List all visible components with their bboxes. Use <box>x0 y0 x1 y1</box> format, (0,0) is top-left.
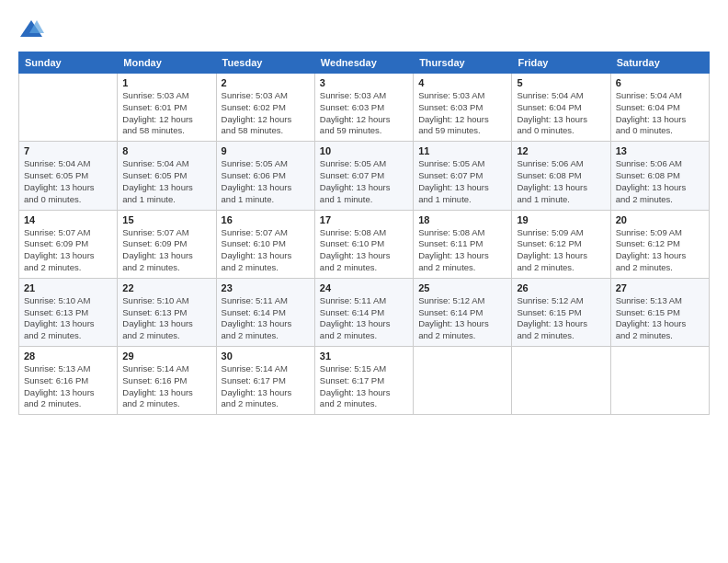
day-number: 26 <box>517 282 605 293</box>
day-info: Sunrise: 5:03 AMSunset: 6:01 PMDaylight:… <box>122 90 210 137</box>
day-info: Sunrise: 5:04 AMSunset: 6:05 PMDaylight:… <box>24 158 112 205</box>
weekday-header: Wednesday <box>314 52 413 74</box>
day-info: Sunrise: 5:08 AMSunset: 6:11 PMDaylight:… <box>418 227 506 274</box>
calendar-cell: 11Sunrise: 5:05 AMSunset: 6:07 PMDayligh… <box>414 142 512 210</box>
calendar-week-row: 21Sunrise: 5:10 AMSunset: 6:13 PMDayligh… <box>19 278 710 346</box>
day-info: Sunrise: 5:14 AMSunset: 6:17 PMDaylight:… <box>222 363 310 410</box>
calendar-cell: 17Sunrise: 5:08 AMSunset: 6:10 PMDayligh… <box>314 210 413 278</box>
day-number: 24 <box>320 282 408 293</box>
page: SundayMondayTuesdayWednesdayThursdayFrid… <box>0 0 728 563</box>
calendar-cell: 8Sunrise: 5:04 AMSunset: 6:05 PMDaylight… <box>118 142 216 210</box>
calendar-cell: 12Sunrise: 5:06 AMSunset: 6:08 PMDayligh… <box>512 142 610 210</box>
day-info: Sunrise: 5:03 AMSunset: 6:03 PMDaylight:… <box>418 90 506 137</box>
day-number: 14 <box>24 214 112 225</box>
calendar-header-row: SundayMondayTuesdayWednesdayThursdayFrid… <box>19 52 710 74</box>
day-info: Sunrise: 5:09 AMSunset: 6:12 PMDaylight:… <box>517 227 605 274</box>
day-info: Sunrise: 5:03 AMSunset: 6:02 PMDaylight:… <box>222 90 310 137</box>
calendar-cell <box>512 347 610 415</box>
day-info: Sunrise: 5:11 AMSunset: 6:14 PMDaylight:… <box>222 295 310 342</box>
weekday-header: Tuesday <box>216 52 314 74</box>
day-number: 1 <box>122 77 210 88</box>
day-number: 10 <box>320 145 408 156</box>
calendar-cell: 14Sunrise: 5:07 AMSunset: 6:09 PMDayligh… <box>19 210 118 278</box>
day-number: 9 <box>222 145 310 156</box>
day-number: 2 <box>222 77 310 88</box>
day-number: 5 <box>517 77 605 88</box>
calendar-cell: 2Sunrise: 5:03 AMSunset: 6:02 PMDaylight… <box>216 74 314 142</box>
calendar-cell: 3Sunrise: 5:03 AMSunset: 6:03 PMDaylight… <box>314 74 413 142</box>
calendar-table: SundayMondayTuesdayWednesdayThursdayFrid… <box>18 52 710 415</box>
day-info: Sunrise: 5:07 AMSunset: 6:10 PMDaylight:… <box>222 227 310 274</box>
calendar-cell: 23Sunrise: 5:11 AMSunset: 6:14 PMDayligh… <box>216 278 314 346</box>
weekday-header: Thursday <box>414 52 512 74</box>
calendar-week-row: 1Sunrise: 5:03 AMSunset: 6:01 PMDaylight… <box>19 74 710 142</box>
calendar-cell: 25Sunrise: 5:12 AMSunset: 6:14 PMDayligh… <box>414 278 512 346</box>
day-info: Sunrise: 5:05 AMSunset: 6:06 PMDaylight:… <box>222 158 310 205</box>
calendar-cell: 29Sunrise: 5:14 AMSunset: 6:16 PMDayligh… <box>118 347 216 415</box>
calendar-cell: 20Sunrise: 5:09 AMSunset: 6:12 PMDayligh… <box>610 210 709 278</box>
calendar-cell: 13Sunrise: 5:06 AMSunset: 6:08 PMDayligh… <box>610 142 709 210</box>
calendar-week-row: 7Sunrise: 5:04 AMSunset: 6:05 PMDaylight… <box>19 142 710 210</box>
day-number: 27 <box>616 282 704 293</box>
day-number: 19 <box>517 214 605 225</box>
calendar-cell: 31Sunrise: 5:15 AMSunset: 6:17 PMDayligh… <box>314 347 413 415</box>
day-number: 30 <box>222 350 310 362</box>
day-info: Sunrise: 5:06 AMSunset: 6:08 PMDaylight:… <box>616 158 704 205</box>
day-number: 12 <box>517 145 605 156</box>
day-number: 20 <box>616 214 704 225</box>
day-info: Sunrise: 5:10 AMSunset: 6:13 PMDaylight:… <box>122 295 210 342</box>
calendar-cell: 30Sunrise: 5:14 AMSunset: 6:17 PMDayligh… <box>216 347 314 415</box>
day-info: Sunrise: 5:05 AMSunset: 6:07 PMDaylight:… <box>418 158 506 205</box>
day-info: Sunrise: 5:06 AMSunset: 6:08 PMDaylight:… <box>517 158 605 205</box>
calendar-cell <box>414 347 512 415</box>
calendar-cell: 15Sunrise: 5:07 AMSunset: 6:09 PMDayligh… <box>118 210 216 278</box>
day-number: 29 <box>122 350 210 362</box>
calendar-cell: 18Sunrise: 5:08 AMSunset: 6:11 PMDayligh… <box>414 210 512 278</box>
day-number: 4 <box>418 77 506 88</box>
calendar-cell: 19Sunrise: 5:09 AMSunset: 6:12 PMDayligh… <box>512 210 610 278</box>
day-number: 8 <box>122 145 210 156</box>
calendar-cell: 4Sunrise: 5:03 AMSunset: 6:03 PMDaylight… <box>414 74 512 142</box>
weekday-header: Monday <box>118 52 216 74</box>
day-info: Sunrise: 5:11 AMSunset: 6:14 PMDaylight:… <box>320 295 408 342</box>
day-number: 23 <box>222 282 310 293</box>
day-info: Sunrise: 5:03 AMSunset: 6:03 PMDaylight:… <box>320 90 408 137</box>
day-info: Sunrise: 5:04 AMSunset: 6:05 PMDaylight:… <box>122 158 210 205</box>
calendar-cell <box>610 347 709 415</box>
calendar-week-row: 28Sunrise: 5:13 AMSunset: 6:16 PMDayligh… <box>19 347 710 415</box>
day-info: Sunrise: 5:12 AMSunset: 6:15 PMDaylight:… <box>517 295 605 342</box>
header <box>18 17 710 42</box>
day-number: 6 <box>616 77 704 88</box>
day-number: 13 <box>616 145 704 156</box>
day-info: Sunrise: 5:04 AMSunset: 6:04 PMDaylight:… <box>517 90 605 137</box>
calendar-cell: 21Sunrise: 5:10 AMSunset: 6:13 PMDayligh… <box>19 278 118 346</box>
day-info: Sunrise: 5:04 AMSunset: 6:04 PMDaylight:… <box>616 90 704 137</box>
day-info: Sunrise: 5:08 AMSunset: 6:10 PMDaylight:… <box>320 227 408 274</box>
day-info: Sunrise: 5:13 AMSunset: 6:16 PMDaylight:… <box>24 363 112 410</box>
day-info: Sunrise: 5:15 AMSunset: 6:17 PMDaylight:… <box>320 363 408 410</box>
day-info: Sunrise: 5:12 AMSunset: 6:14 PMDaylight:… <box>418 295 506 342</box>
calendar-cell: 9Sunrise: 5:05 AMSunset: 6:06 PMDaylight… <box>216 142 314 210</box>
day-number: 11 <box>418 145 506 156</box>
day-number: 7 <box>24 145 112 156</box>
calendar-week-row: 14Sunrise: 5:07 AMSunset: 6:09 PMDayligh… <box>19 210 710 278</box>
day-number: 28 <box>24 350 112 362</box>
calendar-cell: 1Sunrise: 5:03 AMSunset: 6:01 PMDaylight… <box>118 74 216 142</box>
day-number: 21 <box>24 282 112 293</box>
day-number: 15 <box>122 214 210 225</box>
day-number: 16 <box>222 214 310 225</box>
logo-icon <box>18 17 44 42</box>
calendar-cell: 26Sunrise: 5:12 AMSunset: 6:15 PMDayligh… <box>512 278 610 346</box>
day-number: 31 <box>320 350 408 362</box>
day-info: Sunrise: 5:09 AMSunset: 6:12 PMDaylight:… <box>616 227 704 274</box>
calendar-cell: 16Sunrise: 5:07 AMSunset: 6:10 PMDayligh… <box>216 210 314 278</box>
day-info: Sunrise: 5:05 AMSunset: 6:07 PMDaylight:… <box>320 158 408 205</box>
calendar-cell <box>19 74 118 142</box>
day-number: 3 <box>320 77 408 88</box>
day-info: Sunrise: 5:07 AMSunset: 6:09 PMDaylight:… <box>122 227 210 274</box>
day-info: Sunrise: 5:07 AMSunset: 6:09 PMDaylight:… <box>24 227 112 274</box>
day-info: Sunrise: 5:13 AMSunset: 6:15 PMDaylight:… <box>616 295 704 342</box>
calendar-cell: 28Sunrise: 5:13 AMSunset: 6:16 PMDayligh… <box>19 347 118 415</box>
calendar-cell: 22Sunrise: 5:10 AMSunset: 6:13 PMDayligh… <box>118 278 216 346</box>
weekday-header: Saturday <box>610 52 709 74</box>
